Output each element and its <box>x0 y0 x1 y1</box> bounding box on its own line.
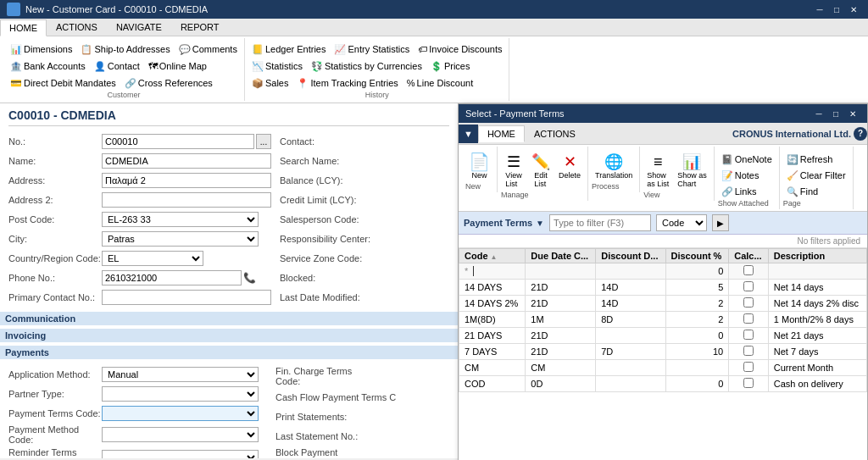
cross-references-button[interactable]: 🔗 Cross References <box>121 75 216 91</box>
filter-field-select[interactable]: Code <box>656 214 707 231</box>
onenote-label: OneNote <box>735 154 772 164</box>
maximize-button[interactable]: □ <box>829 3 844 16</box>
item-tracking-button[interactable]: 📍 Item Tracking Entries <box>293 75 401 91</box>
calc-checkbox[interactable] <box>743 281 754 291</box>
calc-cell[interactable] <box>729 263 769 280</box>
last-statement-row: Last Statement No.: <box>275 428 449 445</box>
tab-actions[interactable]: ACTIONS <box>47 19 107 36</box>
table-row[interactable]: 14 DAYS 2%21D14D2Net 14 days 2% disc <box>459 296 867 312</box>
dialog-close-button[interactable]: ✕ <box>845 107 860 120</box>
calc-checkbox[interactable] <box>743 297 754 308</box>
no-input[interactable] <box>102 134 254 149</box>
code-column-header[interactable]: Code ▲ <box>459 249 526 263</box>
calc-checkbox[interactable] <box>743 346 754 356</box>
no-ellipsis-button[interactable]: ... <box>256 134 271 149</box>
dimensions-button[interactable]: 📊 Dimensions <box>7 42 75 57</box>
calc-column-header[interactable]: Calc... <box>729 249 769 263</box>
view-list-button[interactable]: ☰ ViewList <box>501 150 526 191</box>
close-button[interactable]: ✕ <box>846 3 861 16</box>
bank-accounts-button[interactable]: 🏦 Bank Accounts <box>7 58 89 74</box>
delete-button[interactable]: ✕ Delete <box>555 150 584 182</box>
calc-cell[interactable] <box>729 296 769 312</box>
contact-button[interactable]: 👤 Contact <box>91 58 143 74</box>
address-input[interactable] <box>102 173 271 188</box>
minimize-button[interactable]: ─ <box>812 3 827 16</box>
new-record-button[interactable]: 📄 New <box>465 150 493 182</box>
show-as-chart-button[interactable]: 📊 Show asChart <box>674 150 710 191</box>
calc-checkbox[interactable] <box>743 330 754 340</box>
comments-button[interactable]: 💬 Comments <box>175 42 241 57</box>
notes-button[interactable]: 📝 Notes <box>718 168 776 183</box>
tab-home[interactable]: HOME <box>0 19 47 36</box>
calc-cell[interactable] <box>729 344 769 360</box>
discount-pct-column-header[interactable]: Discount % <box>665 249 729 263</box>
online-map-button[interactable]: 🗺 Online Map <box>145 58 210 74</box>
postcode-select[interactable]: EL-263 33 <box>102 212 259 227</box>
calc-checkbox[interactable] <box>743 362 754 372</box>
dialog-tab-home[interactable]: HOME <box>478 125 525 142</box>
partner-type-select[interactable] <box>102 386 259 402</box>
app-method-select[interactable]: Manual <box>102 367 259 382</box>
dialog-tab-actions[interactable]: ACTIONS <box>525 125 585 142</box>
communication-section[interactable]: Communication <box>0 312 458 325</box>
clear-filter-button[interactable]: 🧹 Clear Filter <box>783 168 849 183</box>
address2-input[interactable] <box>102 192 271 208</box>
stats-currencies-button[interactable]: 💱 Statistics by Currencies <box>308 58 426 74</box>
discount-date-column-header[interactable]: Discount D... <box>596 249 665 263</box>
dialog-blue-dropdown[interactable]: ▼ <box>459 125 478 143</box>
onenote-button[interactable]: 📓 OneNote <box>718 152 776 167</box>
help-icon[interactable]: ? <box>854 127 867 141</box>
reminder-terms-select[interactable] <box>102 450 259 458</box>
prices-button[interactable]: 💲 Prices <box>427 58 474 74</box>
dialog-minimize-button[interactable]: ─ <box>811 107 826 120</box>
primary-contact-input[interactable] <box>102 290 271 305</box>
name-input[interactable] <box>102 153 271 169</box>
table-row[interactable]: 21 DAYS21D0Net 21 days <box>459 328 867 344</box>
calc-cell[interactable] <box>729 360 769 376</box>
invoice-disc-button[interactable]: 🏷 Invoice Discounts <box>415 42 505 57</box>
links-button[interactable]: 🔗 Links <box>718 184 776 199</box>
calc-checkbox[interactable] <box>743 265 754 275</box>
tab-report[interactable]: REPORT <box>171 19 229 36</box>
ledger-entries-button[interactable]: 📒 Ledger Entries <box>248 42 330 57</box>
calc-checkbox[interactable] <box>743 378 754 388</box>
table-row[interactable]: * 0 <box>459 263 867 280</box>
invoicing-section[interactable]: Invoicing <box>0 329 458 342</box>
table-row[interactable]: 14 DAYS21D14D5Net 14 days <box>459 280 867 296</box>
tab-navigate[interactable]: NAVIGATE <box>107 19 171 36</box>
calc-cell[interactable] <box>729 280 769 296</box>
direct-debit-button[interactable]: 💳 Direct Debit Mandates <box>7 75 120 91</box>
entry-stats-button[interactable]: 📈 Entry Statistics <box>331 42 413 57</box>
description-column-header[interactable]: Description <box>768 249 866 263</box>
table-row[interactable]: CMCMCurrent Month <box>459 360 867 376</box>
phone-icon[interactable]: 📞 <box>243 272 256 284</box>
calc-cell[interactable] <box>729 312 769 328</box>
table-row[interactable]: 1M(8D)1M8D21 Month/2% 8 days <box>459 312 867 328</box>
show-as-list-button[interactable]: ≡ Showas List <box>643 150 672 191</box>
sales-button[interactable]: 📦 Sales <box>248 75 292 91</box>
payment-method-select[interactable] <box>102 427 259 442</box>
edit-list-button[interactable]: ✏️ EditList <box>528 150 554 191</box>
phone-input[interactable] <box>102 270 242 285</box>
line-discount-button[interactable]: % Line Discount <box>403 75 476 91</box>
city-select[interactable]: Patras <box>102 231 259 247</box>
calc-cell[interactable] <box>729 376 769 392</box>
refresh-button[interactable]: 🔄 Refresh <box>783 152 849 167</box>
payment-terms-select[interactable] <box>102 406 259 421</box>
filter-nav-button[interactable]: ▶ <box>712 214 729 231</box>
delete-icon: ✕ <box>564 152 576 171</box>
country-select[interactable]: EL <box>102 251 203 266</box>
table-row[interactable]: 7 DAYS21D7D10Net 7 days <box>459 344 867 360</box>
table-row[interactable]: COD0D0Cash on delivery <box>459 376 867 392</box>
calc-checkbox[interactable] <box>743 313 754 324</box>
payment-terms-table[interactable]: Code ▲ Due Date C... Discount D... Disco… <box>459 248 867 460</box>
due-date-column-header[interactable]: Due Date C... <box>526 249 596 263</box>
find-button[interactable]: 🔍 Find <box>783 184 849 199</box>
calc-cell[interactable] <box>729 328 769 344</box>
ship-to-button[interactable]: 📋 Ship-to Addresses <box>77 42 173 57</box>
dialog-maximize-button[interactable]: □ <box>828 107 843 120</box>
statistics-button[interactable]: 📉 Statistics <box>248 58 306 74</box>
filter-input[interactable] <box>549 214 651 231</box>
payments-section[interactable]: Payments <box>0 346 458 359</box>
translation-button[interactable]: 🌐 Translation <box>592 150 636 182</box>
